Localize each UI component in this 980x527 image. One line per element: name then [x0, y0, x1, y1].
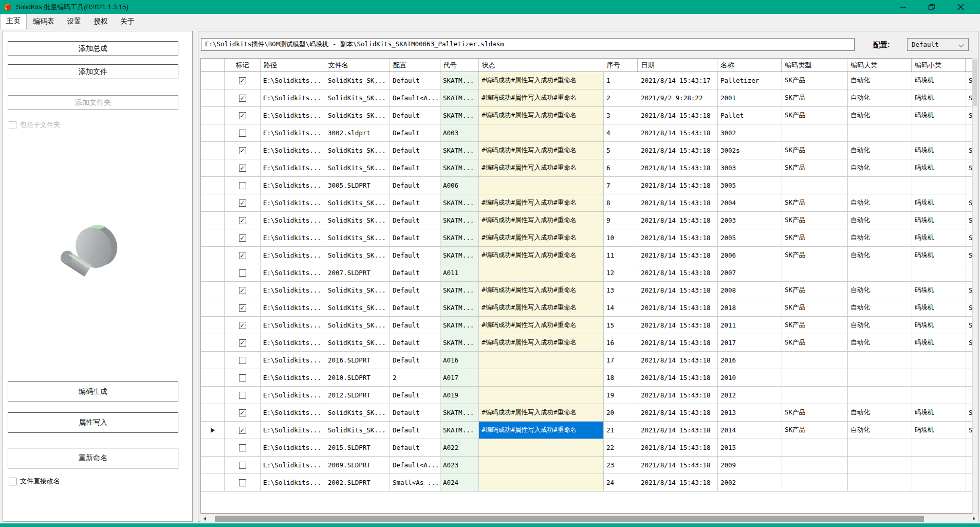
cell-code[interactable]: SKATM... — [440, 107, 479, 124]
cell-status[interactable]: #编码成功#属性写入成功#重命名 — [479, 107, 604, 124]
row-indicator[interactable] — [201, 369, 225, 386]
cell-file[interactable]: SolidKits_SK... — [325, 422, 390, 439]
cell-file[interactable]: 2012.SLDPRT — [325, 387, 390, 404]
cell-code[interactable]: SKATM... — [440, 89, 479, 106]
row-indicator[interactable] — [201, 142, 225, 159]
row-mark-checkbox[interactable]: ✓ — [225, 229, 261, 246]
cell-path[interactable]: E:\Solidkits... — [261, 317, 325, 334]
cell-date[interactable]: 2021/8/14 15:43:18 — [638, 142, 718, 159]
cell-code[interactable]: SKATM... — [440, 317, 479, 334]
row-indicator[interactable] — [201, 177, 225, 194]
row-indicator[interactable] — [201, 334, 225, 351]
cell-minor[interactable]: 码垛机 — [912, 247, 966, 264]
cell-config[interactable]: Default — [390, 404, 440, 421]
cell-major[interactable]: 自动化 — [848, 142, 912, 159]
cell-tail[interactable] — [966, 124, 972, 141]
cell-type[interactable]: SK产品 — [782, 89, 848, 106]
cell-name[interactable]: 2016 — [718, 352, 782, 369]
cell-file[interactable]: SolidKits_SK... — [325, 89, 390, 106]
column-header-mark[interactable]: 标记 — [225, 59, 261, 71]
row-mark-checkbox[interactable]: ✓ — [225, 404, 261, 421]
cell-seq[interactable]: 15 — [604, 317, 638, 334]
cell-seq[interactable]: 17 — [604, 352, 638, 369]
cell-type[interactable]: SK产品 — [782, 299, 848, 316]
cell-type[interactable] — [782, 369, 848, 386]
row-mark-checkbox[interactable]: ✓ — [225, 282, 261, 299]
add-assembly-button[interactable]: 添加总成 — [8, 41, 178, 56]
cell-minor[interactable] — [912, 124, 966, 141]
row-mark-checkbox[interactable] — [225, 439, 261, 456]
row-indicator[interactable] — [201, 194, 225, 211]
cell-seq[interactable]: 8 — [604, 194, 638, 211]
cell-code[interactable]: SKATM... — [440, 72, 479, 89]
cell-status[interactable] — [479, 264, 604, 281]
cell-type[interactable] — [782, 352, 848, 369]
cell-name[interactable]: 2002 — [718, 474, 782, 491]
cell-status[interactable] — [479, 177, 604, 194]
cell-major[interactable]: 自动化 — [848, 89, 912, 106]
cell-file[interactable]: SolidKits_SK... — [325, 299, 390, 316]
row-indicator[interactable] — [201, 264, 225, 281]
cell-major[interactable] — [848, 352, 912, 369]
cell-date[interactable]: 2021/8/14 15:43:18 — [638, 124, 718, 141]
cell-minor[interactable]: 码垛机 — [912, 282, 966, 299]
cell-path[interactable]: E:\Solidkits... — [261, 457, 325, 474]
cell-path[interactable]: E:\Solidkits... — [261, 177, 325, 194]
cell-file[interactable]: 2016.SLDPRT — [325, 352, 390, 369]
cell-date[interactable]: 2021/8/14 15:43:18 — [638, 369, 718, 386]
column-header-major[interactable]: 编码大类 — [847, 59, 912, 71]
cell-date[interactable]: 2021/8/14 15:43:18 — [638, 404, 718, 421]
cell-type[interactable]: SK产品 — [782, 194, 848, 211]
cell-major[interactable]: 自动化 — [848, 247, 912, 264]
table-row[interactable]: ✓E:\Solidkits...SolidKits_SK...DefaultSK… — [201, 212, 972, 229]
cell-config[interactable]: Default — [390, 142, 440, 159]
cell-seq[interactable]: 9 — [604, 212, 638, 229]
cell-seq[interactable]: 4 — [604, 124, 638, 141]
cell-config[interactable]: Default — [390, 124, 440, 141]
row-indicator[interactable] — [201, 212, 225, 229]
row-mark-checkbox[interactable] — [225, 369, 261, 386]
cell-type[interactable] — [782, 177, 848, 194]
cell-status[interactable]: #编码成功#属性写入成功#重命名 — [479, 159, 604, 176]
cell-tail[interactable]: S — [966, 107, 972, 124]
column-header-code[interactable]: 代号 — [440, 59, 479, 71]
row-mark-checkbox[interactable] — [225, 474, 261, 491]
row-indicator[interactable] — [201, 159, 225, 176]
cell-status[interactable]: #编码成功#属性写入成功#重命名 — [479, 334, 604, 351]
column-header-minor[interactable]: 编码小类 — [912, 59, 966, 71]
cell-minor[interactable]: 码垛机 — [912, 194, 966, 211]
cell-status[interactable] — [479, 387, 604, 404]
cell-date[interactable]: 2021/8/14 15:43:18 — [638, 299, 718, 316]
cell-path[interactable]: E:\Solidkits... — [261, 369, 325, 386]
cell-minor[interactable] — [912, 439, 966, 456]
cell-tail[interactable]: S — [966, 89, 972, 106]
cell-code[interactable]: A023 — [440, 457, 479, 474]
cell-minor[interactable]: 码垛机 — [912, 212, 966, 229]
cell-date[interactable]: 2021/8/14 15:43:18 — [638, 247, 718, 264]
cell-code[interactable]: A019 — [440, 387, 479, 404]
cell-code[interactable]: SKATM... — [440, 212, 479, 229]
cell-status[interactable] — [479, 369, 604, 386]
cell-minor[interactable] — [912, 474, 966, 491]
assembly-path-input[interactable] — [201, 38, 855, 51]
cell-path[interactable]: E:\Solidkits... — [261, 229, 325, 246]
cell-path[interactable]: E:\Solidkits... — [261, 72, 325, 89]
row-indicator[interactable] — [201, 229, 225, 246]
row-mark-checkbox[interactable] — [225, 352, 261, 369]
row-mark-checkbox[interactable]: ✓ — [225, 159, 261, 176]
table-row[interactable]: E:\Solidkits...2009.SLDPRTDefault<A...A0… — [201, 457, 972, 474]
cell-date[interactable]: 2021/8/14 15:43:18 — [638, 317, 718, 334]
cell-config[interactable]: Default — [390, 212, 440, 229]
table-row[interactable]: E:\Solidkits...2016.SLDPRTDefaultA016172… — [201, 352, 972, 369]
cell-file[interactable]: SolidKits_SK... — [325, 229, 390, 246]
cell-code[interactable]: A006 — [440, 177, 479, 194]
row-indicator[interactable] — [201, 439, 225, 456]
cell-seq[interactable]: 18 — [604, 369, 638, 386]
row-mark-checkbox[interactable]: ✓ — [225, 107, 261, 124]
row-indicator[interactable] — [201, 352, 225, 369]
table-row[interactable]: ✓E:\Solidkits...SolidKits_SK...DefaultSK… — [201, 142, 972, 159]
cell-status[interactable]: #编码成功#属性写入成功#重命名 — [479, 212, 604, 229]
cell-file[interactable]: SolidKits_SK... — [325, 404, 390, 421]
table-row[interactable]: E:\Solidkits...2010.SLDPRT2A017182021/8/… — [201, 369, 972, 387]
cell-path[interactable]: E:\Solidkits... — [261, 247, 325, 264]
